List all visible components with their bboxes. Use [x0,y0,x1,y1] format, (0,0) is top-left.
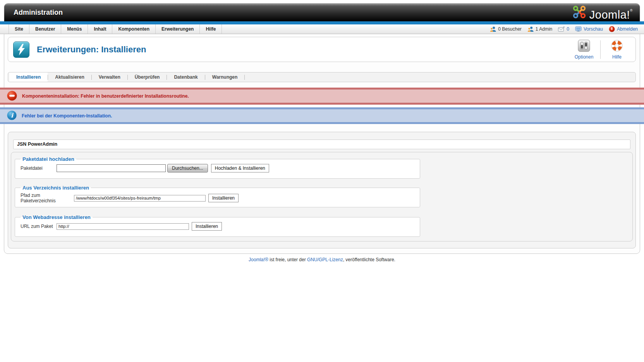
logout-label: Abmelden [617,26,638,32]
install-lightning-icon [13,41,29,58]
page-header: Erweiterungen: Installieren Optionen [8,37,636,62]
submenu-divider [244,75,245,80]
upload-package-legend: Paketdatei hochladen [21,156,76,162]
extension-name-header: JSN PowerAdmin [13,140,630,149]
package-url-input[interactable] [57,223,189,230]
tab-aktualisieren[interactable]: Aktualisieren [48,72,91,82]
main-menu: Site Benutzer Menüs Inhalt Komponenten E… [9,24,222,34]
browse-button[interactable]: Durchsuchen... [167,164,208,172]
admins-status[interactable]: 1 Admin [527,26,552,32]
menu-item-komponenten[interactable]: Komponenten [112,24,156,34]
visitors-icon [490,26,496,32]
admins-icon [527,26,534,32]
main-menubar: Site Benutzer Menüs Inhalt Komponenten E… [0,24,644,34]
admins-count: 1 Admin [536,26,552,32]
visitors-count: 0 Besucher [498,26,522,32]
package-file-input[interactable] [57,164,166,172]
extensions-submenu: Installieren Aktualisieren Verwalten Übe… [8,72,636,82]
help-button[interactable]: Hilfe [602,38,632,61]
menu-item-menus[interactable]: Menüs [61,24,88,34]
help-label: Hilfe [612,54,622,60]
menu-item-erweiterungen[interactable]: Erweiterungen [156,24,200,34]
toolbar-divider [600,40,601,59]
lifebuoy-icon [611,40,623,53]
tab-verwalten[interactable]: Verwalten [92,72,127,82]
options-label: Optionen [575,54,594,60]
menu-item-benutzer[interactable]: Benutzer [29,24,61,34]
logout-icon [609,26,615,32]
package-url-label: URL zum Paket [21,224,57,229]
install-from-url-button[interactable]: Installieren [192,222,222,231]
package-file-label: Paketdatei [21,165,57,171]
error-message-text: Komponenteninstallation: Fehler in benut… [22,93,189,99]
footer: Joomla!® ist freie, unter der GNU/GPL-Li… [0,257,644,262]
footer-text-mid: ist freie, unter der [268,257,307,262]
registered-mark: ® [630,9,633,12]
preview-link[interactable]: Vorschau [575,26,603,32]
install-from-url-legend: Von Webadresse installieren [21,214,93,220]
install-content-panel: JSN PowerAdmin Paketdatei hochladen Pake… [8,132,636,248]
options-button[interactable]: Optionen [569,38,599,61]
messages-status[interactable]: 0 [558,26,569,32]
footer-joomla-link[interactable]: Joomla!® [249,257,268,262]
options-toggles-icon [578,40,590,53]
menu-item-inhalt[interactable]: Inhalt [88,24,112,34]
install-form-wrapper: Paketdatei hochladen Paketdatei Durchsuc… [11,152,633,241]
error-message: Komponenteninstallation: Fehler in benut… [0,88,644,105]
status-bar: 0 Besucher 1 Admin 0 [490,24,638,34]
directory-path-input[interactable] [74,195,206,202]
install-from-directory-fieldset: Aus Verzeichnis installieren Pfad zum Pa… [15,185,420,207]
install-from-url-row: URL zum Paket Installieren [21,222,420,231]
install-from-url-fieldset: Von Webadresse installieren URL zum Pake… [15,214,420,237]
install-from-directory-legend: Aus Verzeichnis installieren [21,185,91,191]
upload-install-button[interactable]: Hochladen & Installieren [211,164,269,172]
info-message: i Fehler bei der Komponenten-Installatio… [0,107,644,124]
footer-text-end: , veröffentlichte Software. [343,257,395,262]
info-message-text: Fehler bei der Komponenten-Installation. [22,113,112,119]
blue-accent-bar [0,21,644,24]
monitor-icon [575,26,582,32]
page-toolbar: Optionen Hilfe [569,38,632,61]
joomla-logo-icon [572,5,587,21]
footer-license-link[interactable]: GNU/GPL-Lizenz [307,257,343,262]
upload-package-row: Paketdatei Durchsuchen... Hochladen & In… [21,164,420,172]
tab-datenbank[interactable]: Datenbank [167,72,204,82]
upload-package-fieldset: Paketdatei hochladen Paketdatei Durchsuc… [15,156,420,179]
top-header-bar: Administration Joomla!® [4,3,640,22]
tab-ueberpruefen[interactable]: Überprüfen [128,72,167,82]
preview-label: Vorschau [584,26,603,32]
error-icon [7,91,17,102]
install-from-directory-button[interactable]: Installieren [208,194,239,202]
visitors-status[interactable]: 0 Besucher [490,26,522,32]
tab-warnungen[interactable]: Warnungen [205,72,245,82]
joomla-logo: Joomla!® [572,5,633,21]
messages-count: 0 [567,26,569,32]
menu-item-hilfe[interactable]: Hilfe [200,24,222,34]
logout-link[interactable]: Abmelden [609,26,638,32]
tab-installieren[interactable]: Installieren [9,72,48,82]
directory-path-label: Pfad zum Paketverzeichnis [21,193,74,203]
menu-item-site[interactable]: Site [9,24,29,34]
mail-icon [558,26,565,32]
page-title: Erweiterungen: Installieren [37,45,146,55]
info-icon: i [7,110,17,121]
joomla-logo-text: Joomla!® [589,5,633,21]
app-title: Administration [14,9,63,17]
install-from-directory-row: Pfad zum Paketverzeichnis Installieren [21,193,420,203]
